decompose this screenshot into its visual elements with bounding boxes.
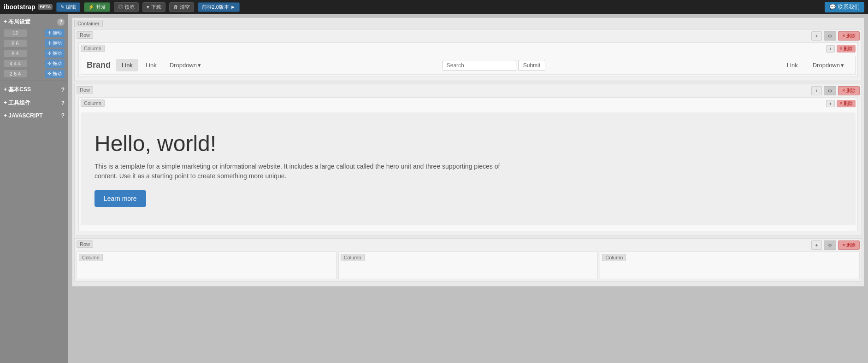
- container-block: Container Row + ⚙ × 删除 Column +: [72, 18, 864, 287]
- row-444-label: 4 4 4: [4, 60, 27, 67]
- col-1-delete-button[interactable]: × 删除: [837, 45, 856, 53]
- sidebar-divider-1: [0, 81, 68, 81]
- bottom-col-2: Column: [338, 252, 598, 279]
- hero-text: This is a template for a simple marketin…: [94, 162, 509, 181]
- contact-button[interactable]: 💬 联系我们: [825, 2, 864, 12]
- navbar-right-dropdown[interactable]: Dropdown ▾: [807, 59, 850, 71]
- row-2-options-button[interactable]: ⚙: [824, 86, 836, 95]
- col-2-actions: + × 删除: [826, 100, 856, 107]
- beta-badge: BETA: [38, 4, 53, 10]
- v2-button[interactable]: 前往2.0版本 ►: [198, 2, 240, 12]
- topbar-brand: ibootstrap BETA: [4, 3, 53, 11]
- drag-66-button[interactable]: ✛ 拖动: [45, 39, 65, 47]
- layout-info-icon[interactable]: ?: [57, 18, 65, 26]
- navbar-brand[interactable]: Brand: [87, 60, 111, 70]
- row-3: Row + ⚙ × 删除 Column Column Column: [74, 238, 862, 281]
- row-2-delete-button[interactable]: × 删除: [838, 86, 860, 95]
- row-3-header: Row + ⚙ × 删除: [77, 240, 860, 250]
- topbar-left: ibootstrap BETA ✎ 编辑 ⚡ 开发 ◎ 预览 ▾ 下载 🗑 清空…: [4, 2, 240, 12]
- navbar-component: Brand Link Link Dropdown ▾ Submit Link D…: [81, 56, 856, 75]
- sidebar-row-444: 4 4 4 ✛ 拖动: [0, 59, 68, 69]
- bottom-col-3: Column: [600, 252, 860, 279]
- navbar-right-link[interactable]: Link: [781, 59, 803, 71]
- preview-button[interactable]: ◎ 预览: [114, 2, 139, 12]
- drag-84-button[interactable]: ✛ 拖动: [45, 49, 65, 58]
- col-1-add-button[interactable]: +: [826, 45, 835, 53]
- drag-444-button[interactable]: ✛ 拖动: [45, 59, 65, 68]
- container-label: Container: [74, 20, 103, 27]
- basic-css-label: + 基本CSS: [4, 86, 31, 94]
- javascript-info-icon[interactable]: ?: [61, 112, 65, 119]
- drag-264-button[interactable]: ✛ 拖动: [45, 70, 65, 78]
- hero-title: Hello, world!: [94, 131, 842, 156]
- tools-info-icon[interactable]: ?: [61, 100, 65, 106]
- navbar-search-input[interactable]: [443, 60, 516, 71]
- col-1-label: Column: [81, 45, 105, 52]
- row-1-add-button[interactable]: +: [811, 31, 822, 41]
- sidebar-javascript[interactable]: + JAVASCRIPT ?: [0, 110, 68, 122]
- sidebar-row-12: 12 ✛ 拖动: [0, 28, 68, 38]
- right-dropdown-caret: ▾: [841, 62, 844, 69]
- row-1-options-button[interactable]: ⚙: [824, 31, 836, 41]
- sidebar-tools[interactable]: + 工具组件 ?: [0, 96, 68, 110]
- col-2-add-button[interactable]: +: [826, 100, 835, 107]
- col-1-actions: + × 删除: [826, 45, 856, 53]
- row-1-actions: + ⚙ × 删除: [811, 31, 860, 41]
- row-1-delete-button[interactable]: × 删除: [838, 31, 860, 41]
- layout-settings-header[interactable]: + 布局设置 ?: [0, 16, 68, 28]
- row-1: Row + ⚙ × 删除 Column + × 删除: [74, 29, 862, 81]
- download-button[interactable]: ▾ 下载: [142, 2, 165, 12]
- navbar-right: Link Dropdown ▾: [781, 59, 850, 71]
- sidebar-row-84: 8 4 ✛ 拖动: [0, 48, 68, 59]
- col-2-delete-button[interactable]: × 删除: [837, 100, 856, 107]
- tools-label: + 工具组件: [4, 99, 30, 107]
- col-2-header: Column + × 删除: [81, 100, 856, 109]
- row-2-header: Row + ⚙ × 删除: [77, 86, 860, 95]
- row-84-label: 8 4: [4, 50, 27, 57]
- clear-button[interactable]: 🗑 清空: [169, 2, 194, 12]
- canvas: Container Row + ⚙ × 删除 Column +: [68, 14, 868, 363]
- row-12-label: 12: [4, 29, 27, 37]
- navbar-left: Brand Link Link Dropdown ▾: [87, 59, 207, 71]
- bottom-col-1: Column: [77, 252, 337, 279]
- dev-button[interactable]: ⚡ 开发: [84, 2, 110, 12]
- row-2-add-button[interactable]: +: [811, 86, 822, 95]
- hero-learn-more-button[interactable]: Learn more: [94, 190, 146, 207]
- brand-name: ibootstrap: [4, 3, 35, 11]
- navbar-dropdown[interactable]: Dropdown ▾: [164, 59, 207, 71]
- row-2-label: Row: [77, 86, 93, 94]
- hero-unit: Hello, world! This is a template for a s…: [81, 112, 856, 225]
- row-2-actions: + ⚙ × 删除: [811, 86, 860, 95]
- navbar-submit-button[interactable]: Submit: [518, 60, 545, 71]
- row-66-label: 6 6: [4, 40, 27, 47]
- sidebar: + 布局设置 ? 12 ✛ 拖动 6 6 ✛ 拖动 8 4 ✛ 拖动 4 4 4…: [0, 14, 68, 363]
- bottom-columns: Column Column Column: [77, 252, 860, 279]
- sidebar-basic-css[interactable]: + 基本CSS ?: [0, 83, 68, 96]
- topbar-right: 💬 联系我们: [825, 2, 864, 12]
- navbar-link-1[interactable]: Link: [116, 59, 138, 71]
- row-2: Row + ⚙ × 删除 Column + × 删除: [74, 84, 862, 235]
- dropdown-caret: ▾: [198, 62, 201, 69]
- layout-settings-label: + 布局设置: [4, 18, 30, 26]
- basic-css-info-icon[interactable]: ?: [61, 87, 65, 93]
- edit-button[interactable]: ✎ 编辑: [56, 2, 80, 12]
- drag-12-button[interactable]: ✛ 拖动: [45, 29, 65, 37]
- row-3-label: Row: [77, 240, 93, 248]
- col-2-label: Column: [81, 100, 105, 107]
- bottom-col-3-label: Column: [602, 254, 626, 261]
- column-1: Column + × 删除 Brand Link Link Dropdown ▾: [78, 42, 858, 77]
- row-264-label: 2 6 4: [4, 70, 27, 77]
- row-1-header: Row + ⚙ × 删除: [77, 31, 860, 41]
- row-3-delete-button[interactable]: × 删除: [838, 240, 860, 250]
- row-3-actions: + ⚙ × 删除: [811, 240, 860, 250]
- row-3-options-button[interactable]: ⚙: [824, 240, 836, 250]
- topbar: ibootstrap BETA ✎ 编辑 ⚡ 开发 ◎ 预览 ▾ 下载 🗑 清空…: [0, 0, 868, 14]
- bottom-col-1-label: Column: [79, 254, 103, 261]
- sidebar-row-264: 2 6 4 ✛ 拖动: [0, 69, 68, 79]
- navbar-link-2[interactable]: Link: [140, 59, 162, 71]
- bottom-col-2-label: Column: [341, 254, 365, 261]
- row-1-label: Row: [77, 31, 93, 39]
- main-layout: + 布局设置 ? 12 ✛ 拖动 6 6 ✛ 拖动 8 4 ✛ 拖动 4 4 4…: [0, 14, 868, 363]
- column-2: Column + × 删除 Hello, world! This is a te…: [78, 97, 858, 231]
- row-3-add-button[interactable]: +: [811, 240, 822, 250]
